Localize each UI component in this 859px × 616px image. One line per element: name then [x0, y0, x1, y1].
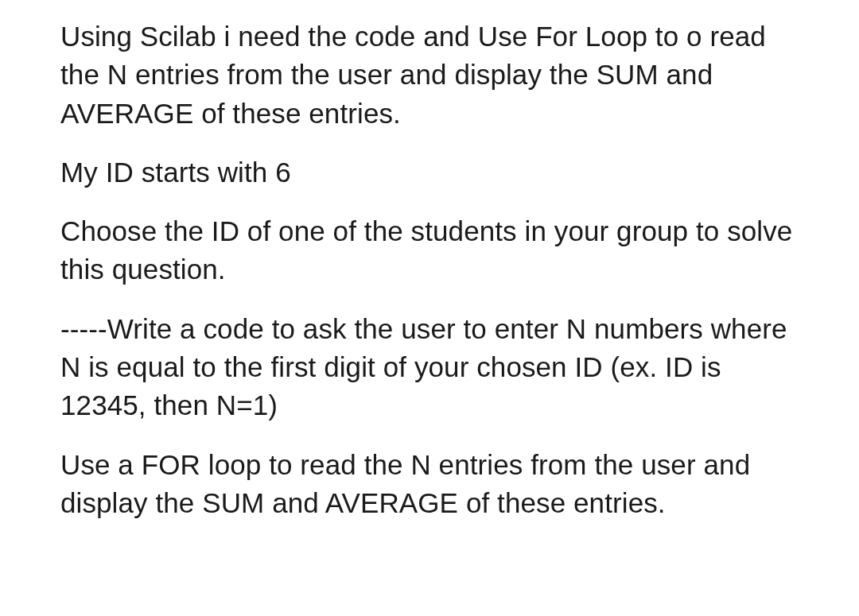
paragraph-task: -----Write a code to ask the user to ent…	[60, 310, 803, 425]
document-page: Using Scilab i need the code and Use For…	[0, 0, 859, 616]
paragraph-id: My ID starts with 6	[60, 153, 803, 192]
paragraph-choose: Choose the ID of one of the students in …	[60, 212, 803, 289]
paragraph-loop: Use a FOR loop to read the N entries fro…	[60, 446, 803, 523]
paragraph-intro: Using Scilab i need the code and Use For…	[60, 17, 803, 133]
